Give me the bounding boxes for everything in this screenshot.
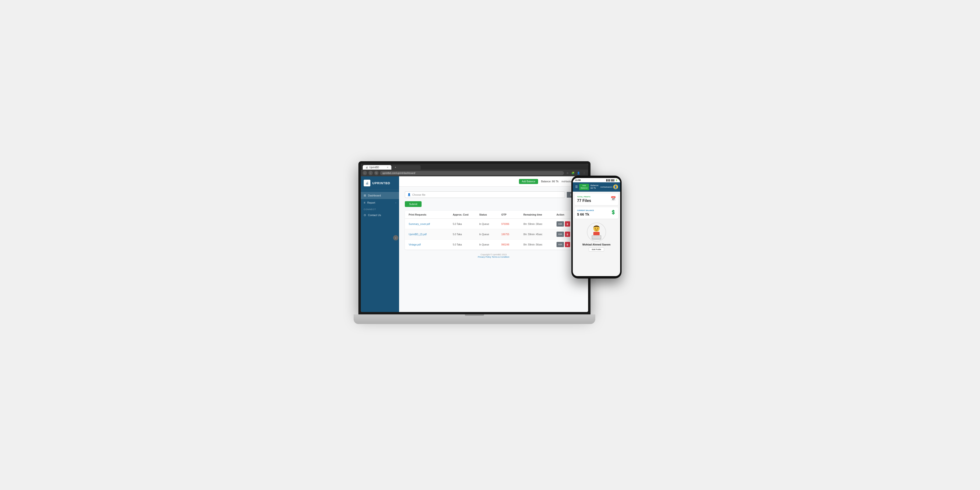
forward-button[interactable]: ›	[369, 171, 373, 175]
address-bar[interactable]: uprintbd.com/uprint/dashboard/	[380, 171, 564, 175]
phone-username: mohtadsaeem	[600, 186, 612, 188]
edit-button-1[interactable]: Edit	[557, 232, 564, 237]
sidebar: 🖨 UPRINTBD ⊞ Dashboard ≡ Report ›	[361, 177, 399, 312]
otp-0: 976996	[501, 223, 523, 225]
contact-icon: ⊙	[364, 213, 366, 217]
report-icon: ≡	[364, 201, 365, 204]
profile-avatar-large	[587, 223, 606, 242]
terms-link[interactable]: Terms & Condition	[492, 256, 509, 258]
phone-user-info: mohtadsaeem 👤	[600, 185, 618, 189]
svg-rect-3	[592, 235, 601, 239]
phone-avatar: 👤	[613, 185, 618, 189]
content-area: 👤 Choose file Browse Submit	[399, 187, 588, 312]
phone-nav: ☰ AddBalance Balance: 66 Tk mohtadsaeem …	[573, 182, 620, 192]
reload-button[interactable]: ↻	[374, 171, 379, 175]
col-header-status: Status	[479, 213, 501, 216]
current-balance-card: CURRENT BALANCE $ 66 Tk 💲	[575, 207, 618, 219]
back-button[interactable]: ‹	[363, 171, 367, 175]
otp-2: 990248	[501, 243, 523, 246]
nav-section-connect: CONNECT	[361, 206, 399, 212]
table-header: Print Requests Approx. Cost Status OTP R…	[405, 211, 582, 219]
phone-balance-label: Balance: 66 Tk	[590, 184, 599, 190]
edit-button-0[interactable]: Edit	[557, 221, 564, 227]
table-row: Summary_cover.pdf 5.0 Taka In Queue 9769…	[405, 219, 582, 229]
svg-point-4	[595, 228, 596, 229]
total-prints-value: 77 Files	[577, 199, 591, 203]
sidebar-logo: 🖨 UPRINTBD	[361, 177, 399, 190]
remaining-1: 0hr :59min :45sec	[523, 233, 556, 235]
footer: Copyright © UprintBD 2023 Privacy Policy…	[405, 250, 582, 262]
col-header-otp: OTP	[501, 213, 523, 216]
svg-rect-1	[593, 232, 600, 235]
file-name-2[interactable]: Vintage.pdf	[409, 243, 453, 246]
phone-profile-section: Mohtad Ahmed Saeem Edit Profile	[575, 221, 618, 253]
delete-button-0[interactable]: 🗑	[565, 221, 570, 227]
table-row: UprintBD_(2).pdf 5.0 Taka In Queue 18675…	[405, 229, 582, 240]
otp-1: 186755	[501, 233, 523, 235]
sidebar-item-label-report: Report	[367, 201, 375, 204]
tab-close-icon[interactable]: ✕	[387, 166, 388, 169]
edit-button-2[interactable]: Edit	[557, 242, 564, 247]
bookmark-icon[interactable]: ☆	[565, 171, 570, 175]
col-header-cost: Approx. Cost	[453, 213, 479, 216]
profile-icon[interactable]: 👤	[576, 171, 581, 175]
current-balance-label: CURRENT BALANCE	[577, 210, 594, 211]
delete-button-2[interactable]: 🗑	[565, 242, 570, 247]
phone: 11:55 ▌▌▌ ▌▌▌ 🔋 ☰ AddBalance Balance: 66…	[571, 176, 622, 278]
file-input-container: 👤 Choose file	[405, 191, 565, 198]
active-tab[interactable]: 🖨 UprintBD ✕	[363, 165, 391, 170]
sidebar-item-contact[interactable]: ⊙ Contact Us	[361, 212, 399, 219]
dollar-icon: 💲	[611, 210, 616, 215]
status-2: In Queue	[479, 243, 501, 246]
sidebar-toggle[interactable]: ‹	[393, 235, 398, 240]
tab-label: UprintBD	[369, 166, 379, 169]
status-1: In Queue	[479, 233, 501, 235]
main-content: Add Balance Balance: 86 Tk mohtadsaeem 👤	[399, 177, 588, 312]
cost-2: 5.0 Taka	[453, 243, 479, 246]
submit-button[interactable]: Submit	[405, 201, 422, 207]
total-prints-label: TOTAL PRINTS	[577, 196, 591, 197]
total-prints-card: TOTAL PRINTS 77 Files 📅	[575, 194, 618, 205]
logo-text: UPRINTBD	[372, 181, 390, 185]
delete-button-1[interactable]: 🗑	[565, 232, 570, 237]
privacy-link[interactable]: Privacy Policy	[478, 256, 491, 258]
logo-icon: 🖨	[364, 180, 371, 186]
svg-point-5	[597, 228, 598, 229]
browser-toolbar: ‹ › ↻ uprintbd.com/uprint/dashboard/ ☆ 🧩…	[361, 170, 588, 177]
balance-display: Balance: 86 Tk	[541, 180, 558, 183]
choose-file-label: Choose file	[412, 193, 425, 196]
file-name-0[interactable]: Summary_cover.pdf	[409, 223, 453, 225]
table-row: Vintage.pdf 5.0 Taka In Queue 990248 0hr…	[405, 240, 582, 250]
phone-status-bar: 11:55 ▌▌▌ ▌▌▌ 🔋	[573, 178, 620, 182]
profile-svg	[588, 224, 605, 240]
profile-name: Mohtad Ahmed Saeem	[582, 243, 611, 246]
laptop: 🖨 UprintBD ✕ + ‹ › ↻ uprintbd.com/up	[358, 161, 590, 324]
file-name-1[interactable]: UprintBD_(2).pdf	[409, 233, 453, 235]
phone-content: TOTAL PRINTS 77 Files 📅 CURRENT BALANCE …	[573, 192, 620, 276]
copyright-text: Copyright © UprintBD 2023	[409, 253, 579, 256]
sidebar-item-report[interactable]: ≡ Report ›	[361, 199, 399, 206]
calendar-icon: 📅	[611, 196, 616, 201]
col-header-remaining: Remaining time	[523, 213, 556, 216]
menu-icon[interactable]: ⋮	[582, 171, 586, 175]
edit-profile-button[interactable]: Edit Profile	[589, 247, 605, 251]
phone-time: 11:55	[575, 179, 581, 181]
add-balance-button[interactable]: Add Balance	[519, 179, 538, 184]
remaining-2: 0hr :59min :56sec	[523, 243, 556, 246]
browser-chrome: 🖨 UprintBD ✕ +	[361, 164, 588, 170]
cost-1: 5.0 Taka	[453, 233, 479, 235]
dashboard-icon: ⊞	[364, 194, 366, 197]
top-bar: Add Balance Balance: 86 Tk mohtadsaeem 👤	[399, 177, 588, 187]
laptop-base	[354, 314, 595, 324]
col-header-requests: Print Requests	[409, 213, 453, 216]
phone-add-balance-button[interactable]: AddBalance	[579, 184, 589, 190]
sidebar-item-dashboard[interactable]: ⊞ Dashboard	[361, 192, 399, 199]
sidebar-item-label-dashboard: Dashboard	[368, 194, 381, 197]
extension-icon[interactable]: 🧩	[571, 171, 575, 175]
phone-menu-icon[interactable]: ☰	[575, 185, 578, 189]
sidebar-item-label-contact: Contact Us	[368, 214, 381, 216]
sidebar-nav: ⊞ Dashboard ≡ Report › CONNECT ⊙	[361, 190, 399, 312]
phone-screen: 11:55 ▌▌▌ ▌▌▌ 🔋 ☰ AddBalance Balance: 66…	[573, 178, 620, 276]
new-tab-button[interactable]: +	[392, 165, 421, 170]
cost-0: 5.0 Taka	[453, 223, 479, 225]
